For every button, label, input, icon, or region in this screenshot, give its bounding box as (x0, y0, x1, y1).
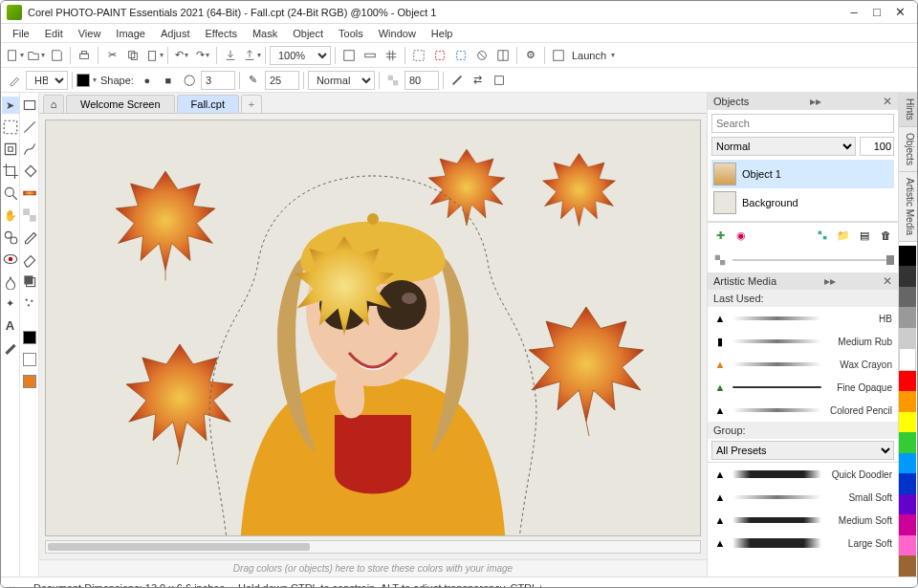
palette-swatch[interactable] (899, 391, 916, 412)
transparency-tool-icon[interactable] (21, 207, 38, 224)
brush-preset-select[interactable]: HB (26, 71, 68, 90)
object-marquee-icon[interactable] (451, 46, 470, 65)
panel-menu-icon[interactable]: ▸▸ (824, 274, 836, 288)
brush-row[interactable]: ▲Medium Soft (708, 509, 898, 532)
image-sprayer-icon[interactable] (21, 294, 38, 312)
layer-item[interactable]: Background (711, 188, 894, 217)
brush-row[interactable]: ▲Colored Pencil (708, 399, 898, 422)
close-button[interactable]: ✕ (888, 4, 911, 21)
palette-swatch[interactable] (899, 287, 916, 308)
palette-swatch[interactable] (899, 494, 916, 515)
crop-tool-icon[interactable] (2, 163, 19, 180)
zoom-select[interactable]: 100% (270, 46, 331, 65)
brush-row[interactable]: ▲Wax Crayon (708, 353, 898, 376)
new-icon[interactable]: ▾ (5, 46, 24, 65)
paste-icon[interactable]: ▾ (144, 46, 164, 65)
line-tool-icon[interactable] (21, 119, 38, 136)
panel-menu-icon[interactable]: ▸▸ (810, 95, 821, 108)
vert-tab-artistic[interactable]: Artistic Media (899, 172, 917, 242)
menu-view[interactable]: View (71, 26, 109, 41)
brush-row[interactable]: ▲Quick Doodler (708, 463, 898, 486)
foreground-swatch[interactable] (76, 74, 90, 87)
paint-tool-icon[interactable] (2, 338, 19, 356)
print-icon[interactable] (75, 46, 94, 65)
launch-label[interactable]: Launch (572, 50, 606, 61)
export-icon[interactable]: ▾ (242, 46, 261, 65)
brush-group-select[interactable]: All Presets (711, 441, 894, 460)
artistic-media-header[interactable]: Artistic Media ▸▸ ✕ (708, 272, 898, 290)
copy-icon[interactable] (123, 46, 142, 65)
text-tool-icon[interactable]: A (2, 316, 19, 334)
mask-rect-tool-icon[interactable] (2, 119, 19, 136)
shape-round-icon[interactable]: ● (138, 71, 157, 90)
objects-search-input[interactable] (711, 114, 894, 133)
menu-window[interactable]: Window (371, 26, 424, 41)
palette-swatch[interactable] (899, 246, 916, 267)
palette-swatch[interactable] (899, 535, 916, 556)
panel-close-icon[interactable]: ✕ (883, 95, 892, 108)
accumulate-icon[interactable]: ⇄ (469, 71, 488, 90)
interactive-fill-icon[interactable] (21, 185, 38, 202)
person-object[interactable] (191, 166, 555, 536)
fg-color-swatch[interactable] (21, 329, 38, 346)
menu-mask[interactable]: Mask (245, 26, 285, 41)
combine-icon[interactable]: ▤ (856, 227, 873, 244)
blend-mode-select[interactable]: Normal (308, 71, 375, 90)
effect-tool-icon[interactable]: ✦ (2, 294, 19, 312)
nib-size-input[interactable] (265, 71, 299, 90)
layer-item[interactable]: Object 1 (711, 160, 894, 188)
clear-mask-icon[interactable] (472, 46, 492, 65)
liquid-tool-icon[interactable] (2, 272, 19, 290)
maximize-button[interactable]: □ (865, 4, 888, 21)
eraser-tool-icon[interactable] (21, 250, 38, 268)
palette-swatch[interactable] (899, 555, 916, 577)
palette-swatch[interactable] (899, 514, 916, 535)
menu-file[interactable]: File (5, 26, 37, 41)
panel-close-icon[interactable]: ✕ (883, 274, 892, 288)
brush-row[interactable]: ▮Medium Rub (708, 330, 898, 353)
palette-swatch[interactable] (899, 453, 916, 474)
clone-tool-icon[interactable] (2, 229, 19, 246)
menu-adjust[interactable]: Adjust (153, 26, 198, 41)
brush-tool-icon[interactable] (5, 71, 24, 90)
palette-swatch[interactable] (899, 371, 916, 392)
shape-ring-icon[interactable]: ◯ (180, 71, 199, 90)
pick-tool-icon[interactable]: ➤ (2, 97, 19, 114)
anti-alias-icon[interactable] (448, 71, 467, 90)
cut-icon[interactable]: ✂ (102, 46, 121, 65)
tab-welcome[interactable]: Welcome Screen (66, 95, 175, 113)
palette-swatch[interactable] (899, 328, 916, 349)
new-tab-button[interactable]: + (241, 95, 262, 113)
save-icon[interactable] (47, 46, 66, 65)
menu-image[interactable]: Image (108, 26, 153, 41)
brush-row[interactable]: ▲HB (708, 307, 898, 330)
fill-color-swatch[interactable] (21, 373, 38, 390)
menu-effects[interactable]: Effects (198, 26, 245, 41)
options-icon[interactable]: ⚙ (521, 46, 540, 65)
pan-tool-icon[interactable]: ✋ (2, 207, 19, 224)
nib-icon[interactable]: ✎ (244, 71, 263, 90)
horizontal-scrollbar[interactable] (45, 540, 701, 554)
mask-marquee-icon[interactable] (430, 46, 449, 65)
palette-swatch[interactable] (899, 307, 916, 328)
path-tool-icon[interactable] (21, 141, 38, 158)
home-tab-icon[interactable]: ⌂ (43, 95, 64, 113)
dropshadow-tool-icon[interactable] (21, 272, 38, 290)
import-icon[interactable] (221, 46, 240, 65)
mask-transform-tool-icon[interactable] (2, 141, 19, 158)
brush-row[interactable]: ▲Large Soft (708, 532, 898, 555)
palette-swatch[interactable] (899, 266, 916, 287)
brush-row[interactable]: ▲Fine Opaque (708, 376, 898, 399)
redeye-tool-icon[interactable] (2, 250, 19, 268)
document-palette-tray[interactable]: Drag colors (or objects) here to store t… (39, 559, 707, 577)
opacity-input[interactable] (404, 71, 439, 90)
undo-icon[interactable]: ↶▾ (172, 46, 191, 65)
group-layers-icon[interactable]: 📁 (835, 227, 852, 244)
menu-help[interactable]: Help (424, 26, 461, 41)
open-icon[interactable]: ▾ (26, 46, 45, 65)
eyedropper-tool-icon[interactable] (21, 229, 38, 246)
palette-swatch[interactable] (899, 348, 916, 371)
menu-object[interactable]: Object (285, 26, 331, 41)
grid-icon[interactable] (382, 46, 401, 65)
layer-blend-select[interactable]: Normal (711, 137, 856, 156)
